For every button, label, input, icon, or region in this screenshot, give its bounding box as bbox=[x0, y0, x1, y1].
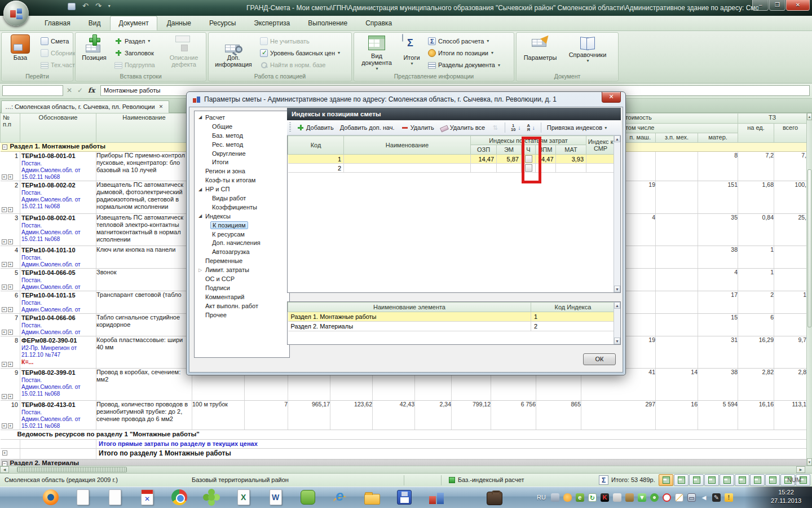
col-mat[interactable]: МАТ bbox=[556, 145, 586, 155]
expand-icon[interactable] bbox=[2, 394, 7, 399]
col-smr[interactable]: Индекс к СМР bbox=[586, 136, 615, 155]
grid-row[interactable]: Итого по разделу 1 Монтажные работы bbox=[1, 449, 807, 459]
sort-numeric-button[interactable]: 1 10↓ bbox=[509, 122, 522, 133]
qat-dropdown-icon[interactable] bbox=[108, 2, 111, 10]
header-justification[interactable]: Обоснование bbox=[20, 113, 96, 143]
collapse-icon[interactable]: − bbox=[2, 461, 7, 466]
download-tray-icon[interactable]: ▼ bbox=[638, 493, 646, 502]
view-mode-6-button[interactable] bbox=[735, 474, 749, 486]
col-index-code[interactable]: Код Индекса bbox=[531, 303, 615, 312]
heading-button[interactable]: Заголовок bbox=[112, 47, 164, 59]
find-in-base-button[interactable]: Найти в норм. базе bbox=[258, 59, 342, 71]
element-row[interactable]: Раздел 2. Материалы2 bbox=[288, 322, 615, 331]
view-mode-4-button[interactable] bbox=[704, 474, 719, 486]
grid-row[interactable]: Итого прямые затраты по разделу в текущи… bbox=[1, 440, 807, 449]
case-tray-icon[interactable] bbox=[625, 493, 634, 502]
position-button[interactable]: Позиция bbox=[77, 34, 111, 71]
tab-Главная[interactable]: Главная bbox=[36, 16, 79, 30]
grid-row[interactable]: Ведомость ресурсов по разделу 1 "Монтажн… bbox=[1, 430, 807, 440]
tab-Справка[interactable]: Справка bbox=[357, 16, 400, 30]
tab-Данные[interactable]: Данные bbox=[158, 16, 200, 30]
expand-icon[interactable] bbox=[2, 174, 7, 179]
tab-Вид[interactable]: Вид bbox=[80, 16, 109, 30]
save-taskbar-button[interactable] bbox=[393, 488, 416, 507]
position-totals-button[interactable]: Итоги по позиции▾ bbox=[426, 47, 502, 59]
update-indexes-button[interactable] bbox=[489, 122, 501, 133]
language-indicator[interactable]: RU bbox=[537, 494, 546, 501]
icq-taskbar-button[interactable] bbox=[200, 488, 223, 507]
extra-info-button[interactable]: Доп. информация bbox=[210, 34, 257, 71]
expand-icon[interactable] bbox=[8, 239, 13, 244]
expand-icon[interactable] bbox=[2, 450, 7, 456]
collapse-icon[interactable]: − bbox=[2, 144, 7, 150]
accept-icon[interactable]: ✓ bbox=[77, 86, 83, 94]
element-row[interactable]: Раздел 1. Монтажные работы1 bbox=[288, 312, 615, 322]
tree-item-Регион и зона[interactable]: Регион и зона bbox=[195, 167, 289, 176]
display-tray-icon[interactable]: ▭ bbox=[687, 493, 696, 502]
document-taskbar-button[interactable] bbox=[72, 488, 94, 507]
ie-taskbar-button[interactable] bbox=[329, 488, 351, 507]
tab-Документ[interactable]: Документ bbox=[110, 16, 157, 30]
view-mode-2-button[interactable] bbox=[674, 474, 689, 486]
tree-item-Баз. метод[interactable]: Баз. метод bbox=[195, 131, 289, 140]
stop-tray-icon[interactable] bbox=[663, 493, 671, 502]
evernote-taskbar-button[interactable] bbox=[297, 488, 319, 507]
document-tab[interactable]: …: Смоленская область, г. Сычевка, пл. Р… bbox=[1, 100, 169, 113]
tree-item-К позициям[interactable]: К позициям bbox=[195, 221, 289, 230]
warning-tray-icon[interactable]: ! bbox=[725, 493, 733, 502]
expand-icon[interactable] bbox=[8, 307, 13, 312]
tree-item-Рес. метод[interactable]: Рес. метод bbox=[195, 140, 289, 149]
tree-item-Виды работ[interactable]: Виды работ bbox=[195, 194, 289, 203]
tree-item-Акт выполн. работ[interactable]: Акт выполн. работ bbox=[195, 301, 289, 310]
header-num[interactable]: № п.п bbox=[1, 113, 20, 143]
tree-item-Лимит. затраты[interactable]: ▷Лимит. затраты bbox=[195, 265, 289, 274]
chrome-taskbar-button[interactable] bbox=[168, 488, 191, 507]
techpart-button[interactable]: Тех.часть bbox=[38, 59, 81, 71]
dialog-close-button[interactable]: ✕ bbox=[602, 92, 621, 103]
section-button[interactable]: Раздел▾ bbox=[112, 35, 164, 47]
maximize-button[interactable]: ❐ bbox=[769, 0, 785, 11]
sbornik-button[interactable]: Сборник bbox=[38, 47, 81, 59]
view-mode-7-button[interactable] bbox=[750, 474, 765, 486]
redo-icon[interactable] bbox=[95, 2, 102, 10]
tree-item-ОС и ССР[interactable]: ОС и ССР bbox=[195, 274, 289, 283]
document-sections-button[interactable]: Разделы документа▾ bbox=[426, 59, 502, 71]
tree-item-НР и СП[interactable]: ◢НР и СП bbox=[195, 185, 289, 194]
tree-item-Переменные[interactable]: Переменные bbox=[195, 256, 289, 265]
tab-close-icon[interactable]: ✕ bbox=[157, 103, 165, 111]
expand-icon[interactable] bbox=[2, 284, 7, 290]
vertical-scrollbar[interactable]: ▲ ▼ bbox=[806, 113, 812, 466]
expand-icon[interactable] bbox=[8, 262, 13, 267]
tree-item-Автозагрузка[interactable]: Автозагрузка bbox=[195, 247, 289, 256]
document2-taskbar-button[interactable] bbox=[104, 488, 126, 507]
delete-all-button[interactable]: Удалить все bbox=[439, 123, 487, 132]
card-tray-icon[interactable] bbox=[613, 493, 621, 502]
cell-reference-input[interactable] bbox=[2, 85, 63, 96]
add-extra-button[interactable]: Добавить доп. нач. bbox=[338, 123, 396, 132]
cloud-tray-icon[interactable] bbox=[563, 493, 572, 502]
tab-Ресурсы[interactable]: Ресурсы bbox=[201, 16, 244, 30]
smeta-button[interactable]: Смета bbox=[38, 35, 81, 47]
totals-button[interactable]: Итоги▾ bbox=[399, 34, 425, 71]
tree-item-Коэф-ты к итогам[interactable]: Коэф-ты к итогам bbox=[195, 176, 289, 185]
parameters-button[interactable]: Параметры bbox=[518, 34, 562, 71]
expand-icon[interactable] bbox=[2, 330, 7, 335]
header-mech[interactable]: з.п. мех. bbox=[656, 133, 698, 143]
tree-item-Доп. начисления[interactable]: Доп. начисления bbox=[195, 238, 289, 247]
taskbar-clock[interactable]: 15:22 27.11.2013 bbox=[762, 488, 810, 505]
tree-item-Прочее[interactable]: Прочее bbox=[195, 310, 289, 319]
evernote-tray-icon[interactable]: e bbox=[576, 493, 584, 502]
tree-item-Индексы[interactable]: ◢Индексы bbox=[195, 212, 289, 221]
cancel-icon[interactable]: ✕ bbox=[67, 86, 72, 94]
function-icon[interactable]: fx bbox=[88, 86, 95, 94]
tree-item-Комментарий[interactable]: Комментарий bbox=[195, 292, 289, 301]
view-mode-5-button[interactable] bbox=[720, 474, 734, 486]
tab-Экспертиза[interactable]: Экспертиза bbox=[245, 16, 298, 30]
tree-item-Округление[interactable]: Округление bbox=[195, 149, 289, 158]
pen-tray-icon[interactable]: ✎ bbox=[712, 493, 721, 502]
close-button[interactable]: ✕ bbox=[786, 0, 810, 11]
view-mode-1-button[interactable] bbox=[659, 474, 673, 486]
usb-tray-icon[interactable] bbox=[551, 493, 559, 502]
col-element-name[interactable]: Наименование элемента bbox=[288, 303, 531, 312]
status-calc-mode[interactable]: Баз.-индексный расчет bbox=[449, 476, 524, 483]
